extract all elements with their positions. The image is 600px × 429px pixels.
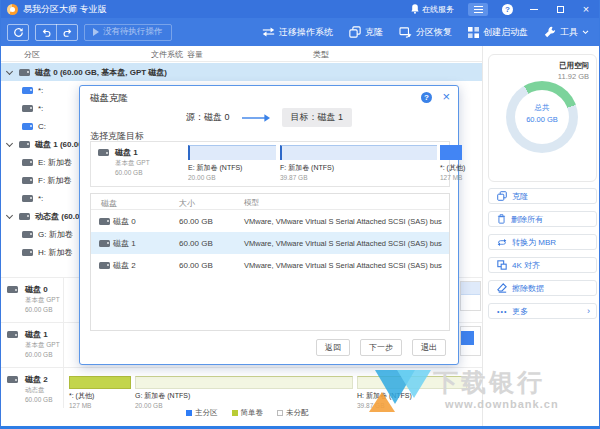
disk-card-disk1[interactable]: 磁盘 1 基本盘 GPT 60.00 GB (1, 323, 64, 367)
map-block-h[interactable]: H: 新加卷 (NTFS) 39.87 GB (357, 376, 467, 409)
sidebar-button-label: 更多 (512, 306, 528, 317)
total-value: 60.00 GB (506, 115, 578, 124)
expand-arrow-icon[interactable] (6, 139, 13, 146)
cell-size: 60.00 GB (179, 217, 213, 226)
trash-icon (497, 214, 506, 224)
chevron-right-icon (587, 306, 590, 316)
online-service-button[interactable]: 在线服务 (403, 4, 462, 15)
back-button[interactable]: 返回 (316, 339, 350, 356)
sidebar-button-label: 4K 对齐 (512, 260, 540, 271)
unallocated-swatch (277, 410, 283, 416)
table-header-row: 磁盘 大小 模型 (91, 194, 449, 210)
cell-disk: 磁盘 1 (113, 238, 136, 249)
disk-size: 60.00 GB (25, 351, 63, 358)
dialog-help-button[interactable] (421, 92, 432, 103)
map-fragment (460, 281, 481, 311)
disk-name: 磁盘 1 (25, 329, 63, 340)
partition-label: E: 新加卷 (NTFS) (188, 163, 276, 173)
table-row-disk2[interactable]: 磁盘 2 60.00 GB VMware, VMware Virtual S S… (91, 254, 449, 276)
table-row-disk1[interactable]: 磁盘 1 60.00 GB VMware, VMware Virtual S S… (91, 232, 449, 254)
disk-card-disk0[interactable]: 磁盘 0 基本盘 GPT 60.00 GB (1, 278, 64, 322)
pending-operations-label: 没有待执行操作 (103, 26, 163, 38)
map-fragment (460, 326, 481, 356)
header-model: 模型 (244, 198, 259, 208)
sidebar-button-label: 克隆 (512, 191, 528, 202)
refresh-button[interactable] (8, 24, 28, 41)
partition-bar (357, 376, 467, 389)
partition-bar (135, 376, 353, 389)
partition-recovery-icon (399, 27, 412, 38)
tools-label: 工具 (560, 26, 578, 39)
partition-icon (22, 87, 33, 94)
sidebar-convert-mbr-button[interactable]: 转换为 MBR (488, 234, 597, 250)
partition-bar (188, 145, 276, 160)
target-disk-preview: 磁盘 1 基本盘 GPT 60.00 GB E: 新加卷 (NTFS) 20.0… (90, 141, 450, 187)
next-button[interactable]: 下一步 (360, 339, 402, 356)
exit-button[interactable]: 退出 (412, 339, 446, 356)
partition-icon (22, 123, 33, 130)
sidebar-wipe-data-button[interactable]: 擦除数据 (488, 280, 597, 296)
tree-row-disk0[interactable]: 磁盘 0 (60.00 GB, 基本盘, GPT 磁盘) (1, 63, 482, 81)
maximize-icon (557, 6, 564, 13)
header-disk: 磁盘 (101, 198, 117, 209)
header-size: 大小 (179, 198, 195, 209)
online-service-label: 在线服务 (422, 4, 454, 15)
maximize-button[interactable] (547, 0, 573, 18)
preview-partition-f: F: 新加卷 (NTFS) 39.87 GB (280, 145, 437, 181)
migrate-os-icon (262, 27, 275, 37)
expand-arrow-icon[interactable] (6, 67, 13, 74)
cell-disk: 磁盘 0 (113, 216, 136, 227)
undo-button[interactable] (36, 24, 56, 41)
simple-swatch (232, 410, 238, 416)
migrate-os-button[interactable]: 迁移操作系统 (262, 26, 333, 39)
disk-size: 60.00 GB (25, 306, 63, 313)
disk-icon (99, 262, 110, 269)
clone-button[interactable]: 克隆 (349, 26, 383, 39)
create-bootable-disk-button[interactable]: 创建启动盘 (468, 26, 528, 39)
disk-kind: 基本盘 GPT (25, 341, 63, 350)
preview-partition-other: *: (其他) 127 MB (440, 145, 462, 181)
expand-arrow-icon[interactable] (6, 211, 13, 218)
sidebar-clone-button[interactable]: 克隆 (488, 188, 597, 204)
column-type: 类型 (313, 49, 329, 60)
table-row-disk0[interactable]: 磁盘 0 60.00 GB VMware, VMware Virtual S S… (91, 210, 449, 232)
sidebar-more-button[interactable]: 更多 (488, 303, 597, 319)
right-sidebar: 已用空间 11.92 GB 总共 60.00 GB 克隆 删除所有 转换为 MB… (482, 46, 600, 429)
titlebar: 易我分区大师 专业版 在线服务 (1, 0, 599, 18)
close-button[interactable] (573, 0, 599, 18)
pending-operations-button[interactable]: 没有待执行操作 (84, 24, 172, 41)
tree-label: *: (38, 194, 43, 203)
disk-icon (19, 213, 30, 220)
cell-size: 60.00 GB (179, 239, 213, 248)
partition-size: 127 MB (69, 402, 131, 409)
dialog-close-button[interactable] (442, 89, 450, 104)
sidebar-4k-align-button[interactable]: 4K 对齐 (488, 257, 597, 273)
map-block-other[interactable]: *: (其他) 127 MB (69, 376, 131, 409)
disk-usage-card: 已用空间 11.92 GB 总共 60.00 GB (488, 54, 597, 182)
partition-icon (22, 159, 33, 166)
primary-swatch (186, 410, 192, 416)
tree-label: H: 新加卷 (38, 247, 72, 258)
cell-disk: 磁盘 2 (113, 260, 136, 271)
close-icon (583, 4, 589, 14)
tree-label: F: 新加卷 (38, 175, 71, 186)
disk-icon (98, 149, 109, 156)
menu-button[interactable] (468, 3, 488, 16)
partition-size: 20.00 GB (188, 174, 276, 181)
sidebar-delete-all-button[interactable]: 删除所有 (488, 211, 597, 227)
minimize-button[interactable] (521, 0, 547, 18)
partition-recovery-button[interactable]: 分区恢复 (399, 26, 452, 39)
redo-button[interactable] (57, 24, 77, 41)
partition-label: F: 新加卷 (NTFS) (280, 163, 437, 173)
map-block-g[interactable]: G: 新加卷 (NTFS) 20.00 GB (135, 376, 353, 409)
column-filesystem: 文件系统 (151, 49, 183, 60)
partition-recovery-label: 分区恢复 (416, 26, 452, 39)
legend-label: 主分区 (195, 408, 218, 418)
disk-card-disk2[interactable]: 磁盘 2 动态盘 60.00 GB (1, 368, 64, 408)
tree-label: 磁盘 0 (60.00 GB, 基本盘, GPT 磁盘) (35, 67, 167, 78)
tree-label: 磁盘 1 (60.00 (35, 139, 83, 150)
help-button[interactable] (502, 4, 513, 15)
disk-icon (7, 376, 18, 383)
refresh-icon (13, 27, 24, 38)
tools-button[interactable]: 工具 (544, 26, 589, 39)
